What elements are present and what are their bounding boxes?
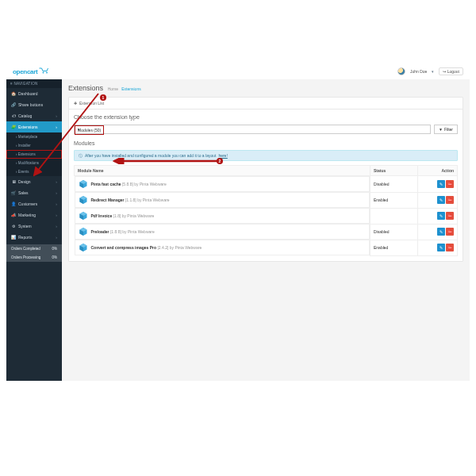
module-meta: [1.8] by Pinta Webware — [113, 213, 155, 218]
stat-row: Orders Completed0% — [6, 244, 62, 253]
nav-label: Marketing — [18, 213, 36, 217]
filter-button[interactable]: ▼ Filter — [434, 125, 458, 134]
sidebar-sub-modifications[interactable]: › Modifications — [6, 159, 62, 167]
logout-button[interactable]: ↪ Logout — [439, 67, 463, 75]
sidebar-sub-installer[interactable]: › Installer — [6, 141, 62, 150]
svg-point-0 — [43, 72, 44, 74]
sidebar-item-catalog[interactable]: 🏷Catalog› — [6, 110, 62, 121]
nav-header-label: NAVIGATION — [13, 82, 37, 86]
cart-icon — [39, 67, 50, 75]
cell-status: Disabled — [370, 224, 418, 240]
panel-title: Extension List — [79, 101, 104, 106]
cell-status: Enabled — [370, 240, 418, 255]
panel-heading: ✚ Extension List — [69, 98, 463, 109]
edit-button[interactable]: ✎ — [437, 244, 445, 251]
cell-name: Pinta fast cache [5.8.8] by Pinta Webwar… — [75, 176, 370, 192]
sidebar-item-share-buttons[interactable]: 🔗Share buttons — [6, 99, 62, 110]
box-icon — [79, 195, 88, 205]
delete-button[interactable]: ⛔ — [446, 228, 454, 236]
module-meta: [5.8.8] by Pinta Webware — [122, 182, 167, 186]
module-meta: [2.4.2] by Pinta Webware — [157, 245, 202, 250]
nav-icon: 👤 — [11, 202, 16, 206]
sidebar-item-reports[interactable]: 📊Reports› — [6, 232, 62, 243]
crumb-current[interactable]: Extensions — [121, 86, 140, 91]
nav-label: Customers — [18, 202, 37, 206]
extension-type-select[interactable]: Modules (50) ▾ — [74, 125, 431, 134]
sidebar-item-design[interactable]: 🖥Design› — [6, 176, 62, 187]
nav-icon: 🖥 — [11, 179, 16, 184]
col-action: Action — [418, 166, 458, 176]
stat-label: Orders Completed — [11, 247, 40, 251]
nav-label: Reports — [18, 235, 33, 240]
alert-text: After you have installed and configured … — [85, 153, 216, 158]
crumb-home[interactable]: Home — [108, 86, 118, 91]
box-icon — [79, 211, 88, 221]
cell-action: ✎⛔ — [418, 192, 458, 208]
info-alert: ⓘ After you have installed and configure… — [74, 150, 458, 161]
delete-button[interactable]: ⛔ — [446, 180, 454, 188]
delete-button[interactable]: ⛔ — [446, 212, 454, 220]
sidebar-sub-extensions[interactable]: › Extensions — [6, 150, 62, 159]
breadcrumb: Home Extensions — [108, 86, 141, 91]
cell-status: Disabled — [370, 176, 418, 193]
sidebar-sub-marketplace[interactable]: › Marketplace — [6, 132, 62, 141]
chevron-right-icon: › — [56, 113, 57, 118]
nav-label: System — [18, 224, 32, 228]
cell-name: Redirect Manager [1.1.8] by Pinta Webwar… — [75, 192, 370, 208]
stat-value: 0% — [52, 255, 57, 259]
cell-name: Pdf Invoice [1.8] by Pinta Webware — [75, 208, 370, 224]
sidebar-item-marketing[interactable]: 📣Marketing› — [6, 209, 62, 221]
sidebar-item-customers[interactable]: 👤Customers› — [6, 198, 62, 209]
chevron-right-icon: › — [56, 224, 57, 228]
edit-button[interactable]: ✎ — [437, 228, 445, 236]
nav-icon: 📊 — [11, 235, 16, 240]
sidebar-item-system[interactable]: ⚙System› — [6, 221, 62, 232]
cell-status: Enabled — [370, 192, 418, 208]
chevron-right-icon: › — [56, 190, 57, 195]
module-name: Redirect Manager — [91, 198, 125, 202]
filter-icon: ▼ — [439, 127, 443, 132]
edit-button[interactable]: ✎ — [437, 196, 445, 204]
choose-type-label: Choose the extension type — [74, 114, 458, 120]
page-title: Extensions — [68, 84, 103, 92]
nav-label: Design — [18, 179, 31, 184]
nav-icon: 🏠 — [11, 91, 16, 96]
module-name: Convert and compress images Pro — [91, 245, 157, 250]
brand-text: opencart — [13, 68, 37, 75]
sidebar-item-sales[interactable]: 🛒Sales› — [6, 187, 62, 198]
sidebar-sub-events[interactable]: › Events — [6, 167, 62, 176]
brand-logo: opencart — [13, 67, 50, 75]
logout-label: Logout — [447, 69, 459, 74]
delete-button[interactable]: ⛔ — [446, 196, 454, 204]
cell-status — [370, 208, 418, 224]
edit-button[interactable]: ✎ — [437, 180, 445, 188]
col-status: Status — [370, 166, 418, 176]
table-row: Preloader [1.8.8] by Pinta WebwareDisabl… — [75, 224, 458, 240]
puzzle-icon: ✚ — [74, 101, 77, 106]
nav-label: Catalog — [18, 113, 32, 118]
cell-name: Convert and compress images Pro [2.4.2] … — [75, 240, 370, 255]
chevron-right-icon: › — [56, 235, 57, 240]
annotation-callout-2: 2 — [217, 158, 223, 164]
nav-label: Share buttons — [18, 102, 43, 107]
delete-button[interactable]: ⛔ — [446, 244, 454, 251]
box-icon — [79, 227, 88, 236]
nav-header: ≡ NAVIGATION — [6, 79, 62, 88]
nav-icon: 🛒 — [11, 190, 16, 195]
user-name[interactable]: John Doe — [410, 69, 427, 74]
avatar[interactable] — [397, 67, 405, 75]
sidebar-item-dashboard[interactable]: 🏠Dashboard — [6, 88, 62, 99]
table-row: Redirect Manager [1.1.8] by Pinta Webwar… — [75, 192, 458, 208]
filter-label: Filter — [444, 127, 453, 132]
cell-action: ✎⛔ — [418, 176, 458, 193]
cell-action: ✎⛔ — [418, 224, 458, 240]
module-meta: [1.8.8] by Pinta Webware — [110, 229, 155, 234]
chevron-right-icon: › — [56, 202, 57, 206]
edit-button[interactable]: ✎ — [437, 212, 445, 220]
chevron-right-icon: › — [56, 213, 57, 217]
user-caret[interactable]: ▾ — [432, 69, 434, 74]
chevron-right-icon: › — [56, 179, 57, 184]
panel-extension-list: ✚ Extension List Choose the extension ty… — [68, 97, 463, 262]
sidebar-item-extensions[interactable]: 🧩Extensions› — [6, 121, 62, 132]
stat-label: Orders Processing — [11, 255, 40, 259]
